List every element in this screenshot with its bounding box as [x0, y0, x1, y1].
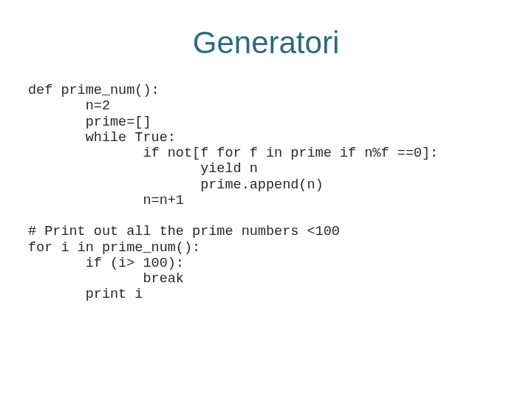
code-block: def prime_num(): n=2 prime=[] while True…: [28, 83, 504, 303]
slide-title: Generatori: [28, 25, 504, 61]
slide: Generatori def prime_num(): n=2 prime=[]…: [0, 0, 532, 399]
